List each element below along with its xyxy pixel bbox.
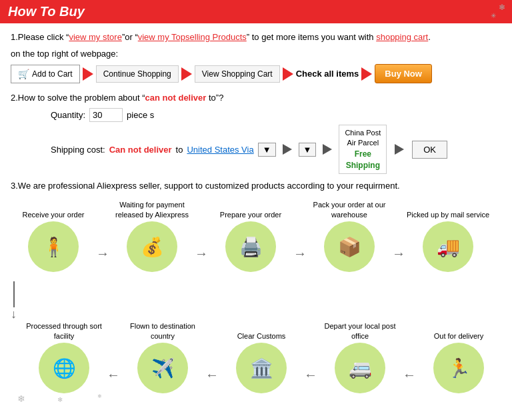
vc-line: [13, 281, 15, 307]
shipping-arrow3: [395, 144, 404, 155]
flow-bottom-label-3: Flown to destination country: [120, 321, 205, 341]
quantity-row: Quantity: piece s: [11, 108, 501, 122]
flow-top-label-4: Picked up by mail service: [407, 200, 489, 220]
purchase-button-row: 🛒 Add to Cart Continue Shopping View Sho…: [11, 64, 501, 83]
quantity-input[interactable]: [89, 108, 123, 122]
shipping-word: Shipping: [346, 161, 380, 170]
step1-text-mid2: ” to get more items you want with: [247, 32, 374, 42]
free-text: Free Shipping: [345, 149, 381, 171]
flow-top-icon-3: 📦: [324, 221, 375, 272]
flow-bottom-label-0: Out for delivery: [434, 321, 484, 341]
flow-row-bottom: Out for delivery🏃Depart your local post …: [11, 321, 501, 393]
flow-top-item-1: Waiting for payment released by Aliexpre…: [109, 200, 195, 272]
snowflake-left2: ❄: [57, 396, 63, 403]
add-to-cart-label: Add to Cart: [32, 69, 73, 79]
flow-top-icon-1: 💰: [127, 221, 177, 272]
quantity-label: Quantity:: [51, 110, 85, 120]
step2-text: 2.How to solve the problem about “: [11, 93, 145, 103]
china-post-line2: Air Parcel: [345, 138, 381, 148]
snowflake-left3: ❄: [97, 393, 102, 399]
flow-bottom-icon-1: 🚐: [335, 343, 385, 393]
cannot-deliver-shipping: Can not deliver: [109, 145, 172, 155]
flow-top-item-4: Picked up by mail service🚚: [405, 200, 491, 272]
flow-row-top: Receive your order🧍Waiting for payment r…: [11, 200, 501, 272]
flow-top-arrow-3: [392, 246, 405, 261]
flow-top-arrow-1: [195, 246, 208, 261]
step1-paragraph: 1.Please click “view my store”or “view m…: [11, 30, 501, 45]
us-link[interactable]: United States Via: [187, 145, 253, 155]
step3-text: 3.We are professional Aliexpress seller,…: [11, 181, 501, 191]
flow-bottom-icon-0: 🏃: [433, 343, 484, 393]
flow-bottom-label-1: Depart your local post office: [317, 321, 403, 341]
vc-tip: [11, 307, 17, 321]
flow-top-icon-2: 🖨️: [225, 221, 276, 272]
china-post-line1: China Post: [345, 128, 381, 138]
flow-bottom-item-4: Processed through sort facility🌐: [21, 321, 107, 393]
shipping-cost-label: Shipping cost:: [51, 145, 105, 155]
arrow2: [181, 67, 192, 81]
arrow4: [361, 67, 372, 81]
flow-top-icon-0: 🧍: [28, 221, 79, 272]
shipping-row: Shipping cost: Can not deliver to United…: [11, 125, 501, 174]
step1-sub: on the top right of webpage:: [11, 49, 501, 59]
flow-bottom-item-2: Clear Customs🏛️: [219, 321, 304, 393]
flow-top-label-0: Receive your order: [23, 200, 85, 220]
flow-bottom-item-1: Depart your local post office🚐: [317, 321, 403, 393]
continue-shopping-button[interactable]: Continue Shopping: [96, 65, 179, 83]
process-flow: Receive your order🧍Waiting for payment r…: [11, 200, 501, 393]
flow-bottom-icon-2: 🏛️: [236, 343, 287, 393]
view-my-store-link[interactable]: view my store: [69, 32, 121, 42]
flow-bottom-item-0: Out for delivery🏃: [416, 321, 501, 393]
buy-now-label: Buy Now: [385, 69, 422, 79]
vertical-turn: [11, 275, 501, 321]
header-bar: How To Buy: [0, 0, 512, 23]
free-label: Free: [355, 149, 371, 159]
add-to-cart-button[interactable]: 🛒 Add to Cart: [11, 65, 80, 83]
ok-label: OK: [423, 145, 436, 155]
shipping-arrow2: [323, 144, 332, 155]
shopping-cart-link[interactable]: shopping cart: [376, 32, 428, 42]
shipping-dropdown[interactable]: ▼: [258, 143, 276, 157]
bottom-deco: ❄ ❄ ❄: [11, 393, 501, 407]
flow-top-arrow-2: [293, 246, 307, 261]
flow-top-icon-4: 🚚: [423, 221, 473, 272]
vertical-connector: [11, 281, 17, 321]
step2-text2: to”?: [206, 93, 223, 103]
flow-top-label-3: Pack your order at our warehouse: [307, 200, 392, 220]
shipping-option-dropdown[interactable]: ▼: [299, 143, 317, 157]
shipping-arrow: [283, 144, 292, 155]
step1-text-mid1: ”or “: [122, 32, 138, 42]
flow-top-label-2: Prepare your order: [220, 200, 281, 220]
snowflake-left: ❄: [17, 393, 25, 404]
step1-text-end: .: [428, 32, 431, 42]
quantity-unit: piece s: [127, 110, 154, 120]
china-post-box: China Post Air Parcel Free Shipping: [339, 125, 387, 174]
arrow3: [283, 67, 293, 81]
flow-bottom-icon-4: 🌐: [39, 343, 89, 393]
step2-heading: 2.How to solve the problem about “can no…: [11, 93, 501, 103]
flow-bottom-arrow-3: [205, 367, 219, 383]
view-cart-label: View Shopping Cart: [202, 69, 273, 79]
arrow1: [83, 67, 93, 81]
continue-shopping-label: Continue Shopping: [103, 69, 171, 79]
flow-top-item-3: Pack your order at our warehouse📦: [307, 200, 392, 272]
view-shopping-cart-button[interactable]: View Shopping Cart: [195, 65, 280, 83]
snowflake-deco: ❄: [499, 3, 505, 12]
flow-top-item-2: Prepare your order🖨️: [208, 200, 293, 272]
ok-button[interactable]: OK: [412, 141, 447, 159]
page-title: How To Buy: [8, 4, 85, 19]
view-topselling-link[interactable]: view my Topselling Products: [138, 32, 247, 42]
flow-bottom-item-3: Flown to destination country✈️: [120, 321, 205, 393]
header-line: [90, 11, 504, 13]
flow-bottom-label-2: Clear Customs: [237, 321, 286, 341]
main-content: 1.Please click “view my store”or “view m…: [0, 23, 512, 413]
step1-text-before: 1.Please click “: [11, 32, 69, 42]
flow-top-item-0: Receive your order🧍: [11, 200, 96, 272]
flow-bottom-label-4: Processed through sort facility: [21, 321, 107, 341]
buy-now-button[interactable]: Buy Now: [375, 64, 432, 83]
flow-top-label-1: Waiting for payment released by Aliexpre…: [109, 200, 195, 220]
flow-top-arrow-0: [96, 246, 109, 261]
check-all-items-label: Check all items: [296, 69, 359, 79]
to-text: to: [176, 145, 183, 155]
cannot-deliver-text: can not deliver: [145, 93, 207, 103]
